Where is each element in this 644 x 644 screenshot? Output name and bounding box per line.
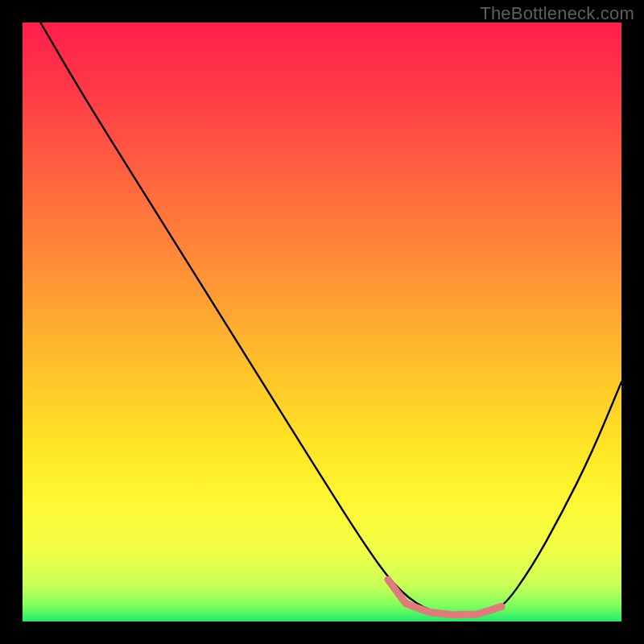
- chart-container: TheBottleneck.com: [0, 0, 644, 644]
- chart-svg: [0, 0, 644, 644]
- watermark-text: TheBottleneck.com: [480, 3, 634, 24]
- plot-background: [23, 23, 621, 621]
